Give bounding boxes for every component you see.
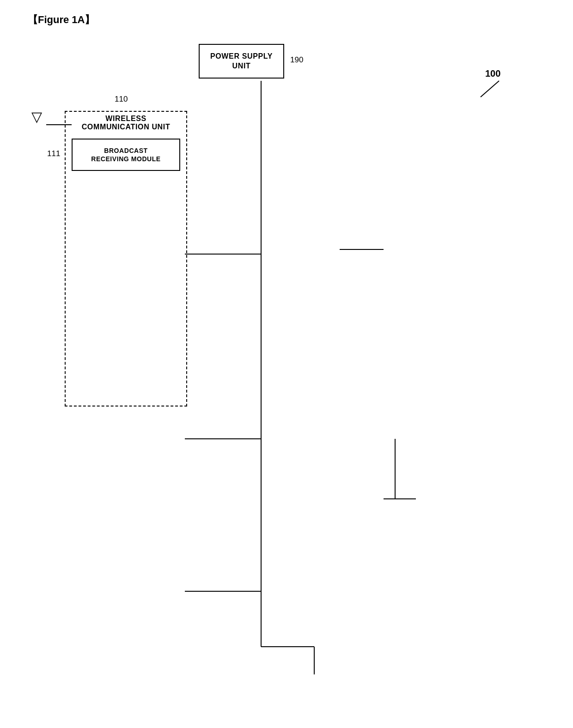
ref-110: 110: [115, 95, 128, 104]
broadcast-recv-module-box: BROADCAST RECEIVING MODULE: [72, 139, 180, 171]
ref-100: 100: [485, 68, 500, 79]
power-supply-unit-box: POWER SUPPLY UNIT: [199, 44, 284, 79]
broadcast-recv-module-label: BROADCAST RECEIVING MODULE: [91, 146, 161, 163]
wireless-comm-unit-label: WIRELESS COMMUNICATION UNIT: [72, 115, 180, 131]
figure-label: 【Figure 1A】: [28, 13, 95, 27]
ref-111: 111: [47, 149, 60, 158]
diagram: 【Figure 1A】 ▽ POWER SUPPLY UNIT: [0, 0, 573, 728]
ref-190: 190: [290, 55, 303, 65]
svg-line-13: [481, 81, 499, 97]
power-supply-unit-label: POWER SUPPLY UNIT: [210, 52, 273, 71]
antenna-icon: ▽: [31, 109, 42, 125]
